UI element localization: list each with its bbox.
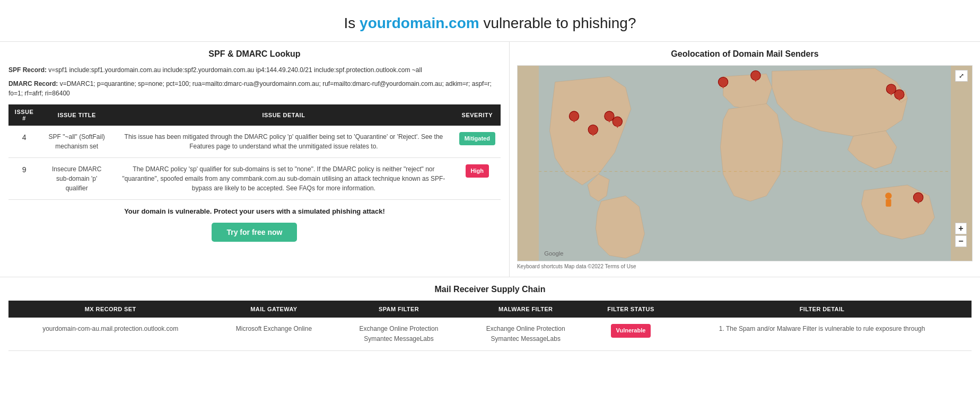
- filter-status-badge: Vulnerable: [611, 324, 651, 338]
- spf-label: SPF Record:: [8, 66, 47, 74]
- main-layout: SPF & DMARC Lookup SPF Record: v=spf1 in…: [0, 41, 980, 277]
- col-spam-filter: SPAM FILTER: [335, 301, 462, 318]
- right-panel: Geolocation of Domain Mail Senders: [510, 42, 980, 277]
- map-expand-button[interactable]: ⤢: [955, 70, 968, 82]
- issue-detail: This issue has been mitigated through th…: [113, 126, 453, 158]
- issue-detail: The DMARC policy 'sp' qualifier for sub-…: [113, 158, 453, 200]
- supply-chain-title: Mail Receiver Supply Chain: [8, 285, 972, 294]
- map-svg: Google: [518, 66, 972, 261]
- supply-chain-table: MX RECORD SET MAIL GATEWAY SPAM FILTER M…: [8, 301, 972, 351]
- spf-value: v=spf1 include:spf1.yourdomain.com.au in…: [48, 66, 422, 74]
- issue-number: 9: [8, 158, 40, 200]
- issue-title: Insecure DMARC sub-domain 'p' qualifier: [40, 158, 113, 200]
- issue-number: 4: [8, 126, 40, 158]
- mx-record-value: yourdomain-com-au.mail.protection.outloo…: [8, 318, 212, 351]
- left-panel: SPF & DMARC Lookup SPF Record: v=spf1 in…: [0, 42, 510, 277]
- issue-title: SPF "~all" (SoftFail) mechanism set: [40, 126, 113, 158]
- spam-filter-value: Exchange Online ProtectionSymantec Messa…: [335, 318, 462, 351]
- vulnerability-message: Your domain is vulnerable. Protect your …: [8, 207, 501, 215]
- issues-table: ISSUE # ISSUE TITLE ISSUE DETAIL SEVERIT…: [8, 104, 501, 200]
- svg-point-20: [885, 192, 891, 199]
- mail-gateway-value: Microsoft Exchange Online: [212, 318, 335, 351]
- try-free-button[interactable]: Try for free now: [212, 223, 297, 242]
- table-row: yourdomain-com-au.mail.protection.outloo…: [8, 318, 972, 351]
- dmarc-value: v=DMARC1; p=quarantine; sp=none; pct=100…: [8, 80, 492, 97]
- col-severity: SEVERITY: [454, 104, 501, 126]
- filter-status-value: Vulnerable: [589, 318, 672, 351]
- spf-record: SPF Record: v=spf1 include:spf1.yourdoma…: [8, 65, 501, 75]
- map-zoom-out-button[interactable]: −: [955, 235, 967, 247]
- col-mx-record: MX RECORD SET: [8, 301, 212, 318]
- map-container: Google ⤢ + −: [517, 65, 973, 261]
- col-mail-gateway: MAIL GATEWAY: [212, 301, 335, 318]
- page-title: Is yourdomain.com vulnerable to phishing…: [0, 0, 980, 41]
- severity-badge: High: [466, 164, 489, 178]
- col-issue-num: ISSUE #: [8, 104, 40, 126]
- bottom-section: Mail Receiver Supply Chain MX RECORD SET…: [0, 277, 980, 358]
- col-issue-title: ISSUE TITLE: [40, 104, 113, 126]
- col-filter-detail: FILTER DETAIL: [672, 301, 972, 318]
- spf-dmarc-title: SPF & DMARC Lookup: [8, 49, 501, 59]
- issue-severity: Mitigated: [454, 126, 501, 158]
- malware-filter-value: Exchange Online ProtectionSymantec Messa…: [462, 318, 589, 351]
- col-malware-filter: MALWARE FILTER: [462, 301, 589, 318]
- col-filter-status: FILTER STATUS: [589, 301, 672, 318]
- table-row: 4 SPF "~all" (SoftFail) mechanism set Th…: [8, 126, 501, 158]
- table-row: 9 Insecure DMARC sub-domain 'p' qualifie…: [8, 158, 501, 200]
- severity-badge: Mitigated: [459, 132, 495, 145]
- svg-rect-21: [886, 199, 891, 206]
- dmarc-record: DMARC Record: v=DMARC1; p=quarantine; sp…: [8, 79, 501, 98]
- filter-detail-value: 1. The Spam and/or Malware Filter is vul…: [672, 318, 972, 351]
- col-issue-detail: ISSUE DETAIL: [113, 104, 453, 126]
- issue-severity: High: [454, 158, 501, 200]
- map-google-text: Google: [544, 250, 563, 257]
- dmarc-label: DMARC Record:: [8, 80, 58, 87]
- map-footer-text: Keyboard shortcuts Map data ©2022 Terms …: [517, 263, 636, 269]
- map-footer: Keyboard shortcuts Map data ©2022 Terms …: [517, 263, 973, 269]
- map-title: Geolocation of Domain Mail Senders: [517, 49, 973, 59]
- map-zoom-in-button[interactable]: +: [955, 223, 967, 234]
